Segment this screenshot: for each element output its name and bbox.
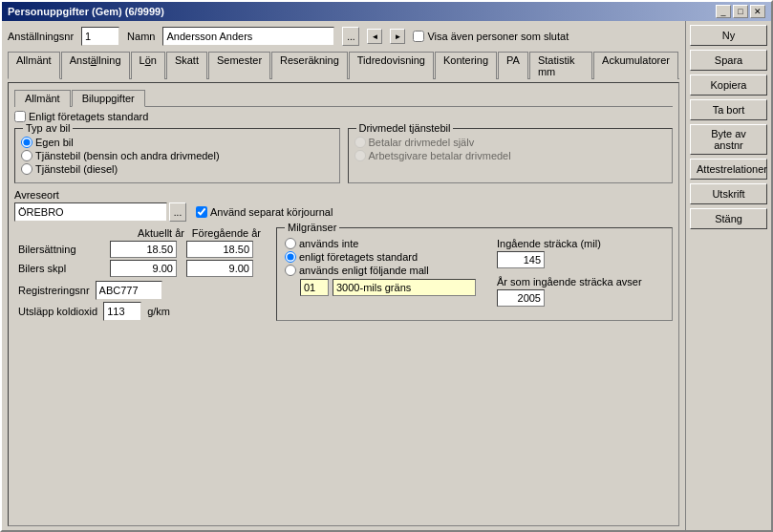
radio-tjanstebil-bensin-input[interactable] <box>21 150 32 161</box>
avreseort-browse-button[interactable]: ... <box>169 202 186 222</box>
typ-av-bil-group: Typ av bil Egen bil Tjänstebil (bensin o… <box>14 128 340 183</box>
ar-som-label: År som ingående sträcka avser <box>497 276 642 287</box>
sub-tab-biluppgifter[interactable]: Biluppgifter <box>72 90 145 107</box>
tab-allman[interactable]: Allmänt <box>8 52 60 79</box>
tab-anstallning-label: Anställning <box>70 54 121 66</box>
ar-som-label-row: År som ingående sträcka avser <box>497 276 642 287</box>
avreseort-input[interactable] <box>14 202 167 222</box>
tab-lon[interactable]: Lön <box>131 52 165 79</box>
radio-egen-bil-input[interactable] <box>21 137 32 148</box>
avreseort-row: Avreseort ... Använd separat körjournal <box>14 189 673 222</box>
tab-kontering[interactable]: Kontering <box>435 52 497 79</box>
radio-tjanstebil-diesel[interactable]: Tjänstebil (diesel) <box>21 163 333 175</box>
stang-button[interactable]: Stäng <box>690 208 767 229</box>
utslapp-input[interactable] <box>103 302 141 321</box>
mil-radio-anvands-inte[interactable]: används inte <box>285 238 476 249</box>
mall-desc-input[interactable] <box>333 279 476 296</box>
enligt-checkbox[interactable] <box>14 111 26 122</box>
enligt-label-text: Enligt företagets standard <box>29 111 148 122</box>
tab-skatt[interactable]: Skatt <box>166 52 207 79</box>
radio-betalar-sjalv-label: Betalar drivmedel själv <box>369 137 475 148</box>
sub-tab-allman[interactable]: Allmänt <box>14 90 71 107</box>
byte-av-anst-button[interactable]: Byte av anstnr <box>690 124 767 155</box>
mil-radio-foretagets-standard-label: enligt företagets standard <box>299 251 418 263</box>
bilersattning-foregaende-input[interactable] <box>186 241 253 258</box>
tab-anstallning[interactable]: Anställning <box>61 52 130 79</box>
radio-arbetsgivare-input[interactable] <box>354 150 366 161</box>
radio-tjanstebil-bensin[interactable]: Tjänstebil (bensin och andra drivmedel) <box>21 150 333 161</box>
utslapp-unit: g/km <box>147 306 170 317</box>
anstallningsnr-input[interactable] <box>81 27 119 46</box>
registreringsnr-input[interactable] <box>96 281 162 300</box>
milgranser-right: Ingående sträcka (mil) År som ingående s… <box>497 238 642 307</box>
korjournal-checkbox-label: Använd separat körjournal <box>196 206 333 218</box>
next-button[interactable]: ► <box>390 29 405 44</box>
korjournal-label-text: Använd separat körjournal <box>210 206 333 218</box>
bilers-skpl-aktuellt-input[interactable] <box>110 260 177 277</box>
col-empty <box>18 227 114 239</box>
left-table: Aktuellt år Föregående år Bilersättning … <box>14 227 267 321</box>
radio-tjanstebil-diesel-input[interactable] <box>21 163 32 175</box>
drivmedel-group: Drivmedel tjänstebil Betalar drivmedel s… <box>348 128 674 183</box>
anstallningsnr-label: Anställningsnr <box>8 31 74 42</box>
tab-tidredovisning[interactable]: Tidredovisning <box>349 52 434 79</box>
milgranser-radios: används inte enligt företagets standard … <box>285 238 476 307</box>
main-area: Anställningsnr Namn ... ◄ ► Visa även pe… <box>2 21 685 530</box>
namn-browse-button[interactable]: ... <box>342 27 359 46</box>
prev-button[interactable]: ◄ <box>367 29 382 44</box>
ta-bort-button[interactable]: Ta bort <box>690 99 767 120</box>
milgranser-content: används inte enligt företagets standard … <box>285 238 664 307</box>
namn-label: Namn <box>127 31 155 42</box>
mil-radio-foretagets-standard-input[interactable] <box>285 251 296 263</box>
typ-av-bil-title: Typ av bil <box>23 122 73 134</box>
milgranser-box: Milgränser används inte enligt företaget… <box>276 227 673 321</box>
spara-button[interactable]: Spara <box>690 50 767 71</box>
mil-radio-foretagets-standard[interactable]: enligt företagets standard <box>285 251 476 263</box>
tab-pa-label: PA <box>506 54 520 66</box>
utskrift-button[interactable]: Utskrift <box>690 183 767 204</box>
bilers-skpl-row: Bilers skpl <box>14 260 267 277</box>
radio-betalar-sjalv-input[interactable] <box>354 137 366 148</box>
mall-code-input[interactable] <box>300 279 329 296</box>
maximize-button[interactable]: □ <box>733 5 748 18</box>
radio-egen-bil-label: Egen bil <box>35 137 74 148</box>
radio-egen-bil[interactable]: Egen bil <box>21 137 333 148</box>
attestrelationer-button[interactable]: Attestrelationer <box>690 159 767 180</box>
regnum-row: Registreringsnr <box>18 281 267 300</box>
visa-checkbox[interactable] <box>413 31 424 42</box>
table-section: Aktuellt år Föregående år Bilersättning … <box>14 227 673 321</box>
mil-radio-foljande-mall-input[interactable] <box>285 265 296 276</box>
kopiera-button[interactable]: Kopiera <box>690 74 767 96</box>
close-button[interactable]: ✕ <box>750 5 765 18</box>
tab-reserakning[interactable]: Reseräkning <box>271 52 348 79</box>
main-tabs-bar: Allmänt Anställning Lön Skatt Semester R… <box>8 51 679 79</box>
radio-tjanstebil-bensin-label: Tjänstebil (bensin och andra drivmedel) <box>35 150 220 161</box>
avreseort-input-row: ... <box>14 202 186 222</box>
ingaende-stracka-section: Ingående sträcka (mil) <box>497 238 642 268</box>
bilers-skpl-foregaende-input[interactable] <box>186 260 253 277</box>
bilersattning-aktuellt-input[interactable] <box>110 241 177 258</box>
avreseort-section: Avreseort ... <box>14 189 186 222</box>
ingaende-stracka-input[interactable] <box>497 251 545 268</box>
korjournal-checkbox[interactable] <box>196 206 207 218</box>
namn-input[interactable] <box>162 27 334 46</box>
tab-tidredovisning-label: Tidredovisning <box>357 54 425 66</box>
tab-pa[interactable]: PA <box>498 52 528 79</box>
mil-radio-foljande-mall[interactable]: används enligt följande mall <box>285 265 476 276</box>
visa-checkbox-label: Visa även personer som slutat <box>413 31 569 42</box>
ingaende-stracka-label: Ingående sträcka (mil) <box>497 238 601 249</box>
tab-ackumulatorer[interactable]: Ackumulatorer <box>593 52 678 79</box>
mil-radio-anvands-inte-input[interactable] <box>285 238 296 249</box>
radio-betalar-sjalv[interactable]: Betalar drivmedel själv <box>354 137 667 148</box>
enligt-row: Enligt företagets standard <box>14 111 673 122</box>
tab-semester[interactable]: Semester <box>208 52 270 79</box>
radio-arbetsgivare[interactable]: Arbetsgivare betalar drivmedel <box>354 150 667 161</box>
registreringsnr-label: Registreringsnr <box>18 285 90 296</box>
tab-statistik[interactable]: Statistik mm <box>529 52 592 79</box>
ingaende-stracka-label-row: Ingående sträcka (mil) <box>497 238 642 249</box>
sub-tab-biluppgifter-label: Biluppgifter <box>82 93 135 104</box>
minimize-button[interactable]: _ <box>716 5 731 18</box>
ar-som-input[interactable] <box>497 289 545 307</box>
title-buttons: _ □ ✕ <box>716 5 765 18</box>
ny-button[interactable]: Ny <box>690 25 767 46</box>
